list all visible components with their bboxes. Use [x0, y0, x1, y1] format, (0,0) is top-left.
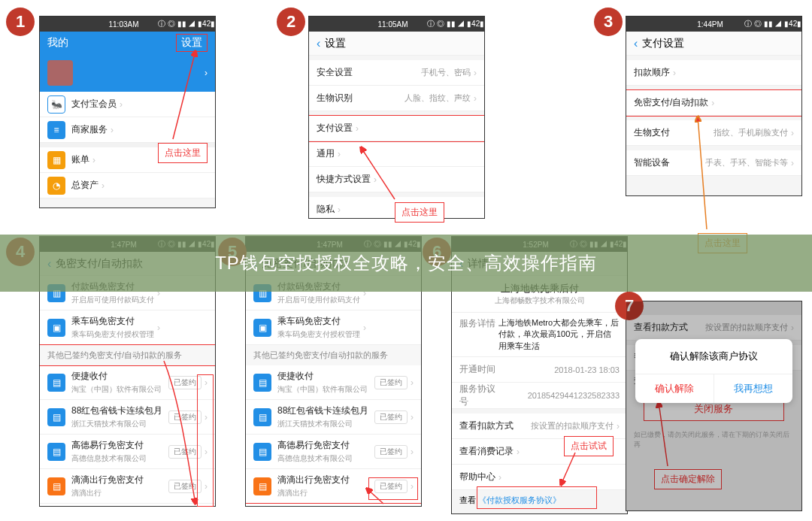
service-row[interactable]: ▤ 上海地铁先乘后付上海都畅数字技术有限公司 已签约› — [40, 504, 215, 507]
service-icon: ▤ — [47, 374, 65, 392]
service-icon: ≡ — [47, 121, 65, 139]
back-icon[interactable]: ‹ — [459, 257, 463, 271]
back-icon[interactable]: ‹ — [317, 37, 320, 50]
screen-2: 11:05AMⓘ ◎ ▮▮ ◢ ▮42▮ ‹设置 安全设置手机号、密码› 生物识… — [308, 16, 485, 219]
screen-3: 1:44PMⓘ ◎ ▮▮ ◢ ▮42▮ ‹支付设置 扣款顺序› 免密支付/自动扣… — [626, 16, 802, 196]
back-icon[interactable]: ‹ — [253, 257, 257, 271]
service-icon: ▤ — [253, 374, 271, 392]
service-icon: ▤ — [253, 408, 271, 426]
cancel-button[interactable]: 我再想想 — [714, 374, 792, 403]
service-row[interactable]: ▤ 高德易行免密支付高德信息技术有限公司 已签约› — [246, 435, 421, 469]
service-icon: ▤ — [253, 443, 271, 461]
service-icon: ▤ — [47, 477, 65, 495]
statusbar: 11:03AMⓘ ◎ ▮▮ ◢ ▮42▮ — [40, 17, 215, 32]
header-settings: ‹设置 — [309, 32, 484, 56]
service-icon: ▤ — [253, 477, 271, 495]
modal-title: 确认解除该商户协议 — [635, 339, 792, 374]
back-icon[interactable]: ‹ — [634, 37, 638, 50]
ant-icon: 🐜 — [47, 95, 65, 114]
row-shortcut[interactable]: 快捷方式设置› — [309, 167, 484, 192]
screen-4: 1:47PMⓘ ◎ ▮▮ ◢ ▮42▮ ‹免密支付/自动扣款 ▥付款码免密支付开… — [39, 236, 216, 507]
service-row[interactable]: ▤ 上海地铁先乘后付上海都畅数字技术有限公司 已签约› — [246, 504, 421, 507]
row-auto-deduct[interactable]: 免密支付/自动扣款› — [626, 90, 801, 116]
service-icon: ▤ — [47, 443, 65, 461]
service-row[interactable]: ▤ 88红包省钱卡连续包月浙江天猫技术有限公司 已签约› — [246, 400, 421, 435]
row-pay-settings[interactable]: 支付设置› — [309, 116, 484, 141]
row-biopay[interactable]: 生物支付指纹、手机刷脸支付› — [626, 120, 801, 146]
service-row[interactable]: ▤ 88红包省钱卡连续包月浙江天猫技术有限公司 已签约› — [40, 400, 215, 435]
service-row[interactable]: ▤ 高德易行免密支付高德信息技术有限公司 已签约› — [40, 435, 215, 469]
step-badge-4: 4 — [6, 238, 35, 266]
hint-3: 点击这里 — [698, 233, 747, 253]
screen-7: 查看扣款方式按设置的扣款顺序支付› 帮助中心› 查看 《付款授权服务协议》 关闭… — [626, 301, 802, 511]
screen-1: 11:03AMⓘ ◎ ▮▮ ◢ ▮42▮ 我的 设置 › 🐜支付宝会员› ≡商家… — [39, 16, 216, 208]
header-pay-settings: ‹支付设置 — [626, 32, 801, 56]
row-assets[interactable]: ◔总资产› — [40, 173, 215, 198]
service-row[interactable]: ▤ 滴滴出行免密支付滴滴出行 已签约› — [246, 469, 421, 504]
row-paycode[interactable]: ▥付款码免密支付开启后可使用付款码支付› — [40, 276, 215, 310]
row-security[interactable]: 安全设置手机号、密码› — [309, 60, 484, 86]
step-badge-1: 1 — [6, 8, 35, 36]
asset-icon: ◔ — [47, 177, 65, 195]
row-deduct-order[interactable]: 扣款顺序› — [626, 60, 801, 86]
hint-6: 点击试试 — [564, 436, 614, 456]
hint-1: 点击这里 — [158, 143, 208, 163]
header-title: 我的 — [47, 36, 68, 50]
screen-6: 1:52PMⓘ ◎ ▮▮ ◢ ▮42▮ ‹详情 上海地铁先乘后付 上海都畅数字技… — [451, 236, 628, 514]
service-name: 上海地铁先乘后付 — [452, 282, 627, 295]
section-header: 其他已签约免密支付/自动扣款的服务 — [40, 345, 215, 365]
avatar[interactable] — [47, 60, 73, 86]
row-help[interactable]: 帮助中心› — [452, 465, 627, 490]
row-smart-device[interactable]: 智能设备手表、手环、智能卡等› — [626, 150, 801, 176]
service-icon: ▤ — [47, 408, 65, 426]
bill-icon: ▦ — [47, 151, 65, 169]
hint-2: 点击这里 — [395, 202, 444, 223]
step-badge-6: 6 — [423, 238, 451, 266]
confirm-button[interactable]: 确认解除 — [635, 374, 714, 403]
qr-icon: ▣ — [47, 319, 65, 337]
service-row[interactable]: ▤ 滴滴出行免密支付滴滴出行 已签约› — [40, 469, 215, 504]
chevron-right-icon: › — [205, 68, 208, 78]
step-badge-2: 2 — [277, 8, 305, 36]
row-member[interactable]: 🐜支付宝会员› — [40, 92, 215, 117]
step-badge-3: 3 — [594, 8, 623, 36]
settings-link[interactable]: 设置 — [176, 34, 208, 52]
agreement-link[interactable]: 《付款授权服务协议》 — [478, 495, 561, 504]
row-merchant[interactable]: ≡商家服务› — [40, 117, 215, 143]
barcode-icon: ▥ — [47, 284, 65, 302]
step-badge-5: 5 — [218, 238, 247, 266]
service-row[interactable]: ▤ 便捷收付淘宝（中国）软件有限公司 已签约› — [40, 365, 215, 400]
confirm-modal: 确认解除该商户协议 确认解除 我再想想 — [635, 339, 792, 403]
screen-5: 1:47PMⓘ ◎ ▮▮ ◢ ▮42▮ ‹免密支付/自动扣款 ▥付款码免密支付开… — [245, 236, 422, 507]
service-row[interactable]: ▤ 便捷收付淘宝（中国）软件有限公司 已签约› — [246, 365, 421, 400]
row-buscode[interactable]: ▣乘车码免密支付乘车码免密支付授权管理› — [40, 310, 215, 345]
row-biometric[interactable]: 生物识别人脸、指纹、声纹› — [309, 86, 484, 111]
row-general[interactable]: 通用› — [309, 141, 484, 167]
header-my: 我的 设置 — [40, 32, 215, 54]
back-icon[interactable]: ‹ — [47, 257, 51, 271]
